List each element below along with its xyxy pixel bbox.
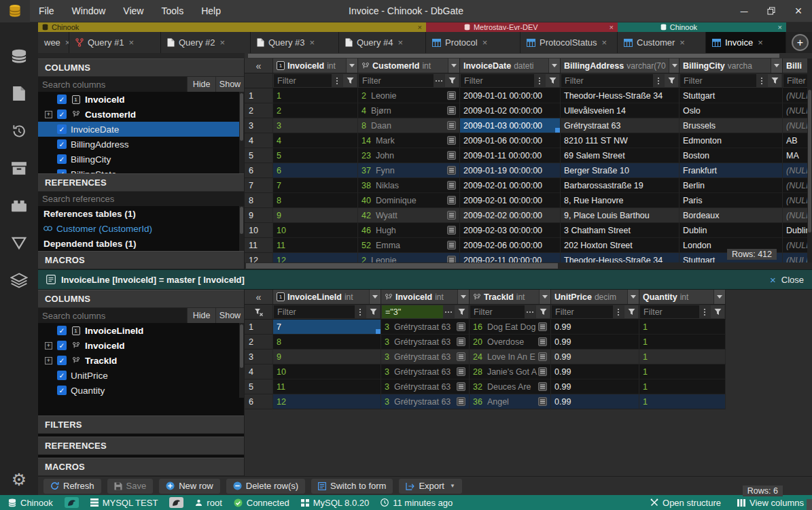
columns-section-header[interactable]: COLUMNS xyxy=(38,290,244,308)
column-menu-button[interactable] xyxy=(448,58,459,73)
filter-menu-button[interactable] xyxy=(434,74,444,87)
filter-input[interactable]: ="3" xyxy=(382,305,443,318)
search-columns-input[interactable]: Search columns xyxy=(38,77,187,92)
open-record-icon[interactable] xyxy=(447,196,456,205)
grid-cell[interactable]: 23John xyxy=(358,148,460,163)
filter-menu-button[interactable] xyxy=(653,74,664,87)
macros-section-header[interactable]: MACROS xyxy=(38,458,244,476)
open-record-icon[interactable] xyxy=(447,241,456,250)
grid-cell[interactable]: 3 xyxy=(273,118,358,133)
panel-scrollbar[interactable] xyxy=(239,92,244,173)
scrollbar-thumb[interactable] xyxy=(808,90,811,233)
row-number[interactable]: 1 xyxy=(245,320,273,335)
tab-group-chinook-yellow[interactable]: Chinook × xyxy=(38,22,426,32)
column-item-billingcity[interactable]: ✓BillingCity xyxy=(38,152,244,167)
open-record-icon[interactable] xyxy=(447,211,456,220)
grid-cell[interactable]: 2 xyxy=(273,103,358,118)
search-references-input[interactable]: Search references xyxy=(38,192,244,206)
open-record-icon[interactable] xyxy=(447,166,456,175)
grid-cell[interactable]: 8 xyxy=(273,193,358,208)
menu-help[interactable]: Help xyxy=(192,0,230,22)
open-record-icon[interactable] xyxy=(447,91,456,100)
row-number[interactable]: 7 xyxy=(245,178,273,193)
panel-scrollbar[interactable] xyxy=(239,206,244,251)
filter-input[interactable]: Filter xyxy=(470,305,525,318)
grid-cell[interactable]: 2009-02-03 00:00:00 xyxy=(460,223,561,238)
grid-cell[interactable]: Grétrystraat 63 xyxy=(561,118,679,133)
row-number[interactable]: 3 xyxy=(245,118,273,133)
close-group-icon[interactable]: × xyxy=(610,23,614,32)
grid-cell[interactable]: Theodor-Heuss-Straße 34 xyxy=(561,88,679,103)
columns-section-header[interactable]: COLUMNS xyxy=(38,58,244,77)
open-record-icon[interactable] xyxy=(538,382,547,391)
column-item-customerid[interactable]: +✓CustomerId xyxy=(38,107,244,122)
menu-tools[interactable]: Tools xyxy=(152,0,192,22)
settings-gear-icon[interactable]: ⚙ xyxy=(12,464,27,495)
close-detail-icon[interactable]: × xyxy=(770,274,776,286)
grid-cell[interactable]: 0.99 xyxy=(551,394,639,409)
filter-funnel-button[interactable] xyxy=(455,305,468,318)
row-number[interactable]: 5 xyxy=(245,148,273,163)
fill-handle[interactable] xyxy=(555,128,560,133)
open-record-icon[interactable] xyxy=(538,352,547,361)
column-header-invoiceid[interactable]: InvoiceIdint xyxy=(381,290,470,305)
filter-menu-button[interactable] xyxy=(332,74,342,87)
open-record-icon[interactable] xyxy=(538,367,547,376)
column-menu-button[interactable] xyxy=(548,58,560,73)
grid-cell[interactable]: Berger Straße 10 xyxy=(561,163,679,178)
open-record-icon[interactable] xyxy=(457,367,465,376)
macros-section-header[interactable]: MACROS xyxy=(38,251,244,269)
export-button[interactable]: Export ▼ xyxy=(399,479,462,494)
close-tab-icon[interactable]: × xyxy=(602,37,607,48)
grid-cell[interactable]: 24Love In An E xyxy=(470,350,551,364)
checkbox-checked[interactable]: ✓ xyxy=(57,154,67,164)
database-icon[interactable] xyxy=(0,37,38,75)
filter-funnel-button[interactable] xyxy=(536,305,550,318)
plugins-icon[interactable] xyxy=(0,187,38,224)
grid-cell[interactable]: 16Dog Eat Dog xyxy=(470,320,551,335)
hide-button[interactable]: Hide xyxy=(187,77,215,92)
open-record-icon[interactable] xyxy=(457,397,465,406)
filter-input[interactable]: Filter xyxy=(274,305,355,318)
filter-funnel-button[interactable] xyxy=(445,74,459,87)
open-structure-button[interactable]: Open structure xyxy=(650,498,721,508)
tab-query-1[interactable]: Query #1× xyxy=(69,32,161,53)
grid-cell[interactable]: 2009-02-01 00:00:00 xyxy=(460,193,561,208)
selected-cell[interactable]: 7 xyxy=(273,320,381,335)
column-header-billingaddress[interactable]: BillingAddressvarchar(70 xyxy=(561,58,679,73)
row-number[interactable]: 11 xyxy=(245,238,273,253)
hide-button[interactable]: Hide xyxy=(187,308,215,323)
row-number[interactable]: 2 xyxy=(245,103,273,118)
row-number[interactable]: 5 xyxy=(245,379,273,394)
filter-menu-button[interactable] xyxy=(525,305,535,318)
mysql-dolphin-badge[interactable] xyxy=(65,497,79,508)
grid-cell[interactable]: 0.99 xyxy=(551,335,639,350)
grid-cell[interactable]: 4Bjørn xyxy=(358,103,460,118)
filter-menu-button[interactable] xyxy=(699,305,710,318)
filter-input[interactable]: Filter xyxy=(680,74,756,87)
column-menu-button[interactable] xyxy=(346,58,357,73)
row-number[interactable]: 9 xyxy=(245,208,273,223)
grid-cell[interactable]: 11 xyxy=(273,238,358,253)
filter-funnel-button[interactable] xyxy=(665,74,678,87)
close-tab-icon[interactable]: × xyxy=(758,37,763,48)
minimize-button[interactable]: ─ xyxy=(730,0,758,22)
status-refreshed[interactable]: 11 minutes ago xyxy=(381,498,453,508)
filter-input[interactable]: Filter xyxy=(552,305,613,318)
checkbox-checked[interactable]: ✓ xyxy=(57,371,67,380)
scrollbar-thumb[interactable] xyxy=(240,207,243,234)
grid-cell[interactable]: 3 Chatham Street xyxy=(561,223,679,238)
close-tab-icon[interactable]: × xyxy=(398,37,403,48)
grid-cell[interactable]: 32Deuces Are xyxy=(470,379,551,394)
expand-icon[interactable]: + xyxy=(45,357,52,364)
layers-icon[interactable] xyxy=(0,262,38,299)
open-record-icon[interactable] xyxy=(447,106,456,115)
filter-menu-button[interactable] xyxy=(756,74,767,87)
filters-section-header[interactable]: FILTERS xyxy=(38,415,244,434)
close-tab-icon[interactable]: × xyxy=(219,37,225,48)
save-button[interactable]: Save xyxy=(107,479,154,494)
mysql-dolphin-badge[interactable] xyxy=(169,497,183,508)
column-header-trackid[interactable]: TrackIdint xyxy=(470,290,551,305)
grid-cell[interactable]: 2009-01-02 00:00:00 xyxy=(460,103,561,118)
grid-cell[interactable]: 69 Salem Street xyxy=(561,148,679,163)
